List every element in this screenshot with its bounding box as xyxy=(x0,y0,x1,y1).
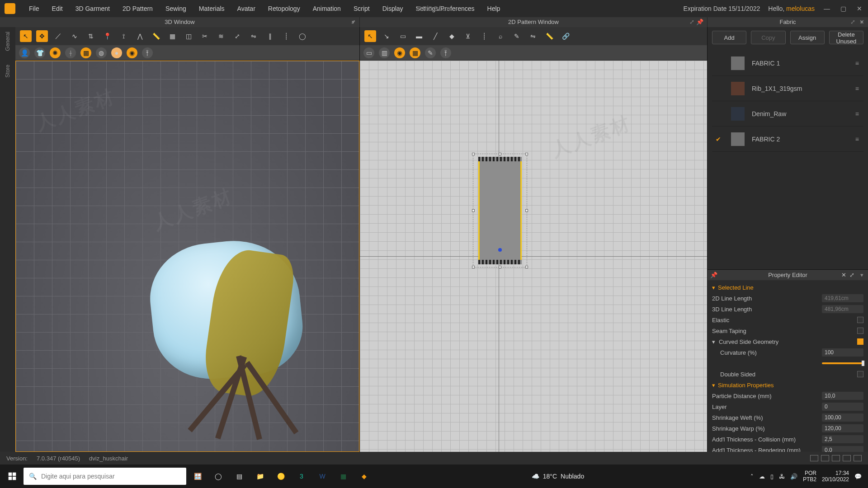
display-stress-icon[interactable]: ◉ xyxy=(127,47,137,58)
menu-materials[interactable]: Materials xyxy=(193,3,231,14)
rail-general[interactable]: General xyxy=(5,32,11,51)
value-thick-collision[interactable]: 2,5 xyxy=(822,435,863,443)
fit-icon[interactable]: ⤢ xyxy=(231,30,243,42)
display-skin-icon[interactable]: ● xyxy=(111,47,122,58)
value-curvature[interactable]: 100 xyxy=(822,348,863,357)
seam-icon[interactable]: ∥ xyxy=(264,30,276,42)
popout-icon[interactable]: ⤢ xyxy=(849,270,854,281)
word-icon[interactable]: W xyxy=(313,467,332,486)
news-widget-icon[interactable]: 🪟 xyxy=(188,467,207,486)
arrange-icon[interactable]: ⇅ xyxy=(85,30,97,42)
value-shrink-warp[interactable]: 120,00 xyxy=(822,424,863,432)
fabric-item[interactable]: ✔FABRIC 1≡ xyxy=(712,51,863,76)
ruler-icon[interactable]: 📏 xyxy=(543,30,555,42)
menu-2d-pattern[interactable]: 2D Pattern xyxy=(116,3,159,14)
popout-icon[interactable]: ⤢ xyxy=(351,17,356,27)
measure-icon[interactable]: 📏 xyxy=(150,30,162,42)
display-avatar-icon[interactable]: 👤 xyxy=(19,47,30,58)
edit2d-icon[interactable]: ↘ xyxy=(381,30,392,42)
display-texture-icon[interactable]: ▩ xyxy=(80,47,91,58)
rect-fill-icon[interactable]: ▬ xyxy=(413,30,425,42)
tab-3d-window[interactable]: 3D Window▾ ⤢ xyxy=(0,17,360,27)
menu-file[interactable]: File xyxy=(23,3,46,14)
internal-line-icon[interactable]: ╱ xyxy=(429,30,441,42)
taskbar-search[interactable]: 🔍 Digite aqui para pesquisar xyxy=(24,468,186,485)
add-button[interactable]: Add xyxy=(712,31,746,44)
menu-sewing[interactable]: Sewing xyxy=(159,3,193,14)
checkbox-curved-side[interactable] xyxy=(857,338,863,345)
drag-handle-icon[interactable]: ≡ xyxy=(855,110,859,117)
fabric-item[interactable]: ✔FABRIC 2≡ xyxy=(712,127,863,152)
close-panel-icon[interactable]: ✕ xyxy=(859,17,864,27)
3dsmax-icon[interactable]: 3 xyxy=(292,467,311,486)
fabric-item[interactable]: ✔Rib_1X1_319gsm≡ xyxy=(712,76,863,101)
select2d-tool-icon[interactable]: ↖ xyxy=(364,30,376,42)
button-icon[interactable]: ◯ xyxy=(297,30,308,42)
value-shrink-weft[interactable]: 100,00 xyxy=(822,413,863,422)
volume-icon[interactable]: 🔊 xyxy=(790,473,797,480)
menu-edit[interactable]: Edit xyxy=(46,3,69,14)
notch-icon[interactable]: ⊻ xyxy=(462,30,474,42)
drag-handle-icon[interactable]: ≡ xyxy=(855,85,859,92)
grid-icon[interactable]: ▦ xyxy=(166,30,178,42)
task-view-icon[interactable]: ▤ xyxy=(230,467,249,486)
layout-switcher[interactable] xyxy=(810,455,862,461)
show-seamline-icon[interactable]: ◉ xyxy=(394,47,405,58)
menu-retopology[interactable]: Retopology xyxy=(262,3,307,14)
menu-script[interactable]: Script xyxy=(347,3,376,14)
mesh-icon[interactable]: ◫ xyxy=(183,30,194,42)
select-tool-icon[interactable]: ↖ xyxy=(20,30,32,42)
slider-curvature[interactable] xyxy=(822,362,863,364)
section-simulation[interactable]: Simulation Properties xyxy=(718,382,774,389)
popout-icon[interactable]: ⤢ xyxy=(850,17,855,27)
close-icon[interactable]: ✕ xyxy=(855,5,863,13)
chair-model[interactable] xyxy=(151,242,301,377)
symmetry-icon[interactable]: ⇋ xyxy=(248,30,259,42)
tray-chevron-icon[interactable]: ˄ xyxy=(750,473,754,480)
weather-widget[interactable]: ☁️ 18°C Nublado xyxy=(532,473,584,480)
show-annotations-icon[interactable]: ✎ xyxy=(425,47,436,58)
close-panel-icon[interactable]: ✕ xyxy=(841,270,846,281)
edit-curve-icon[interactable]: ∿ xyxy=(69,30,80,42)
tab-2d-window[interactable]: 2D Pattern Window▾ ⤢ 📌 xyxy=(360,17,708,27)
annotation-icon[interactable]: ✎ xyxy=(511,30,523,42)
move-tool-icon[interactable]: ✥ xyxy=(36,30,48,42)
delete-unused-button[interactable]: Delete Unused xyxy=(829,31,863,44)
menu-avatar[interactable]: Avatar xyxy=(231,3,262,14)
chrome-icon[interactable]: 🟡 xyxy=(271,467,290,486)
drag-handle-icon[interactable]: ≡ xyxy=(855,60,859,67)
topstitch-icon[interactable]: ┊ xyxy=(280,30,292,42)
language-indicator[interactable]: PORPTB2 xyxy=(803,470,816,483)
chevron-down-icon[interactable]: ▾ xyxy=(860,270,863,281)
rail-store[interactable]: Store xyxy=(5,65,11,78)
section-selected-line[interactable]: Selected Line xyxy=(718,284,754,291)
show-baseline-icon[interactable]: ▥ xyxy=(379,47,390,58)
menu-help[interactable]: Help xyxy=(481,3,507,14)
checkbox-seam-taping[interactable] xyxy=(857,328,863,334)
drag-handle-icon[interactable]: ≡ xyxy=(855,136,859,143)
property-editor-header[interactable]: 📌 Property Editor ▾ ⤢ ✕ xyxy=(708,269,868,280)
upload-icon[interactable]: ⭱ xyxy=(440,47,451,58)
viewport-3d[interactable]: 人人素材 人人素材 xyxy=(15,61,359,452)
rect-tool-icon[interactable]: ▭ xyxy=(397,30,409,42)
symmetry2d-icon[interactable]: ⇋ xyxy=(527,30,539,42)
menu-3d-garment[interactable]: 3D Garment xyxy=(69,3,116,14)
pattern-piece[interactable] xyxy=(478,160,522,261)
clock[interactable]: 17:3420/10/2022 xyxy=(822,470,849,483)
edit-line-icon[interactable]: ／ xyxy=(52,30,64,42)
display-arrangement-icon[interactable]: ✺ xyxy=(50,47,61,58)
viewport-2d[interactable]: 人人素材 xyxy=(360,61,707,452)
show-grainline-icon[interactable]: ▦ xyxy=(410,47,420,58)
start-button[interactable] xyxy=(3,467,22,486)
menu-animation[interactable]: Animation xyxy=(307,3,347,14)
cortana-icon[interactable]: ◯ xyxy=(209,467,228,486)
excel-icon[interactable]: ▦ xyxy=(334,467,353,486)
cut-icon[interactable]: ✂ xyxy=(199,30,211,42)
md-app-icon[interactable]: ◆ xyxy=(354,467,373,486)
username[interactable]: melolucas xyxy=(786,5,815,12)
assign-button[interactable]: Assign xyxy=(790,31,825,44)
notifications-icon[interactable]: 💬 xyxy=(854,473,862,480)
export-icon[interactable]: ⭱ xyxy=(142,47,153,58)
value-layer[interactable]: 0 xyxy=(822,403,863,411)
display-bones-icon[interactable]: ⟊ xyxy=(65,47,76,58)
